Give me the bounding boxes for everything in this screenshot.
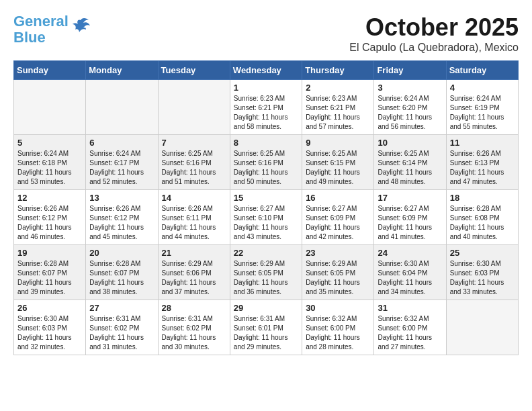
day-number: 21: [162, 248, 226, 258]
day-number: 24: [378, 248, 442, 258]
month-title: October 2025: [349, 13, 519, 42]
day-cell-27: 27Sunrise: 6:31 AM Sunset: 6:02 PM Dayli…: [86, 300, 158, 355]
day-info: Sunrise: 6:23 AM Sunset: 6:21 PM Dayligh…: [306, 94, 370, 132]
day-number: 16: [306, 193, 370, 203]
day-cell-17: 17Sunrise: 6:27 AM Sunset: 6:09 PM Dayli…: [374, 190, 446, 245]
empty-cell: [446, 300, 518, 355]
logo: GeneralBlue: [13, 13, 90, 46]
day-cell-13: 13Sunrise: 6:26 AM Sunset: 6:12 PM Dayli…: [86, 190, 158, 245]
day-number: 18: [450, 193, 515, 203]
day-cell-14: 14Sunrise: 6:26 AM Sunset: 6:11 PM Dayli…: [158, 190, 230, 245]
day-info: Sunrise: 6:24 AM Sunset: 6:19 PM Dayligh…: [450, 94, 515, 132]
day-info: Sunrise: 6:25 AM Sunset: 6:16 PM Dayligh…: [162, 149, 226, 187]
day-number: 23: [306, 248, 370, 258]
day-info: Sunrise: 6:29 AM Sunset: 6:05 PM Dayligh…: [306, 259, 370, 297]
day-number: 31: [378, 303, 442, 313]
day-number: 27: [89, 303, 154, 313]
day-info: Sunrise: 6:32 AM Sunset: 6:00 PM Dayligh…: [378, 314, 442, 352]
day-cell-3: 3Sunrise: 6:24 AM Sunset: 6:20 PM Daylig…: [374, 80, 446, 135]
day-number: 8: [234, 138, 298, 148]
day-number: 9: [306, 138, 370, 148]
day-info: Sunrise: 6:28 AM Sunset: 6:08 PM Dayligh…: [450, 204, 515, 242]
weekday-header-thursday: Thursday: [302, 61, 374, 80]
day-number: 10: [378, 138, 442, 148]
day-number: 26: [17, 303, 82, 313]
day-cell-25: 25Sunrise: 6:30 AM Sunset: 6:03 PM Dayli…: [446, 245, 518, 300]
day-number: 22: [234, 248, 298, 258]
day-info: Sunrise: 6:26 AM Sunset: 6:13 PM Dayligh…: [450, 149, 515, 187]
day-cell-8: 8Sunrise: 6:25 AM Sunset: 6:16 PM Daylig…: [230, 135, 302, 190]
week-row-1: 1Sunrise: 6:23 AM Sunset: 6:21 PM Daylig…: [14, 80, 519, 135]
day-number: 5: [17, 138, 82, 148]
day-number: 14: [162, 193, 226, 203]
day-cell-26: 26Sunrise: 6:30 AM Sunset: 6:03 PM Dayli…: [14, 300, 86, 355]
week-row-5: 26Sunrise: 6:30 AM Sunset: 6:03 PM Dayli…: [14, 300, 519, 355]
day-number: 1: [234, 83, 298, 93]
day-info: Sunrise: 6:24 AM Sunset: 6:18 PM Dayligh…: [17, 149, 82, 187]
day-info: Sunrise: 6:32 AM Sunset: 6:00 PM Dayligh…: [306, 314, 370, 352]
week-row-4: 19Sunrise: 6:28 AM Sunset: 6:07 PM Dayli…: [14, 245, 519, 300]
day-cell-4: 4Sunrise: 6:24 AM Sunset: 6:19 PM Daylig…: [446, 80, 518, 135]
day-number: 3: [378, 83, 442, 93]
day-info: Sunrise: 6:31 AM Sunset: 6:02 PM Dayligh…: [89, 314, 154, 352]
day-number: 28: [162, 303, 226, 313]
weekday-header-sunday: Sunday: [14, 61, 86, 80]
day-cell-24: 24Sunrise: 6:30 AM Sunset: 6:04 PM Dayli…: [374, 245, 446, 300]
weekday-header-tuesday: Tuesday: [158, 61, 230, 80]
day-info: Sunrise: 6:25 AM Sunset: 6:15 PM Dayligh…: [306, 149, 370, 187]
day-number: 2: [306, 83, 370, 93]
weekday-header-monday: Monday: [86, 61, 158, 80]
day-cell-19: 19Sunrise: 6:28 AM Sunset: 6:07 PM Dayli…: [14, 245, 86, 300]
day-cell-28: 28Sunrise: 6:31 AM Sunset: 6:02 PM Dayli…: [158, 300, 230, 355]
day-info: Sunrise: 6:26 AM Sunset: 6:12 PM Dayligh…: [17, 204, 82, 242]
day-info: Sunrise: 6:30 AM Sunset: 6:03 PM Dayligh…: [17, 314, 82, 352]
day-number: 7: [162, 138, 226, 148]
day-info: Sunrise: 6:29 AM Sunset: 6:06 PM Dayligh…: [162, 259, 226, 297]
day-info: Sunrise: 6:25 AM Sunset: 6:16 PM Dayligh…: [234, 149, 298, 187]
day-info: Sunrise: 6:29 AM Sunset: 6:05 PM Dayligh…: [234, 259, 298, 297]
weekday-header-row: SundayMondayTuesdayWednesdayThursdayFrid…: [14, 61, 519, 80]
day-number: 25: [450, 248, 515, 258]
day-cell-21: 21Sunrise: 6:29 AM Sunset: 6:06 PM Dayli…: [158, 245, 230, 300]
day-cell-15: 15Sunrise: 6:27 AM Sunset: 6:10 PM Dayli…: [230, 190, 302, 245]
day-info: Sunrise: 6:24 AM Sunset: 6:20 PM Dayligh…: [378, 94, 442, 132]
empty-cell: [86, 80, 158, 135]
day-number: 30: [306, 303, 370, 313]
day-number: 13: [89, 193, 154, 203]
weekday-header-wednesday: Wednesday: [230, 61, 302, 80]
day-info: Sunrise: 6:27 AM Sunset: 6:09 PM Dayligh…: [378, 204, 442, 242]
day-info: Sunrise: 6:25 AM Sunset: 6:14 PM Dayligh…: [378, 149, 442, 187]
day-number: 12: [17, 193, 82, 203]
day-info: Sunrise: 6:24 AM Sunset: 6:17 PM Dayligh…: [89, 149, 154, 187]
day-number: 6: [89, 138, 154, 148]
day-cell-2: 2Sunrise: 6:23 AM Sunset: 6:21 PM Daylig…: [302, 80, 374, 135]
day-cell-6: 6Sunrise: 6:24 AM Sunset: 6:17 PM Daylig…: [86, 135, 158, 190]
empty-cell: [158, 80, 230, 135]
day-info: Sunrise: 6:23 AM Sunset: 6:21 PM Dayligh…: [234, 94, 298, 132]
day-info: Sunrise: 6:28 AM Sunset: 6:07 PM Dayligh…: [89, 259, 154, 297]
day-info: Sunrise: 6:31 AM Sunset: 6:02 PM Dayligh…: [162, 314, 226, 352]
weekday-header-friday: Friday: [374, 61, 446, 80]
day-number: 11: [450, 138, 515, 148]
page-header: GeneralBlue October 2025 El Capulo (La Q…: [13, 13, 519, 54]
day-cell-1: 1Sunrise: 6:23 AM Sunset: 6:21 PM Daylig…: [230, 80, 302, 135]
weekday-header-saturday: Saturday: [446, 61, 518, 80]
day-info: Sunrise: 6:28 AM Sunset: 6:07 PM Dayligh…: [17, 259, 82, 297]
day-cell-10: 10Sunrise: 6:25 AM Sunset: 6:14 PM Dayli…: [374, 135, 446, 190]
day-info: Sunrise: 6:30 AM Sunset: 6:04 PM Dayligh…: [378, 259, 442, 297]
logo-bird-icon: [71, 17, 90, 35]
day-cell-22: 22Sunrise: 6:29 AM Sunset: 6:05 PM Dayli…: [230, 245, 302, 300]
logo-text: GeneralBlue: [13, 13, 69, 46]
day-cell-20: 20Sunrise: 6:28 AM Sunset: 6:07 PM Dayli…: [86, 245, 158, 300]
day-cell-9: 9Sunrise: 6:25 AM Sunset: 6:15 PM Daylig…: [302, 135, 374, 190]
day-cell-31: 31Sunrise: 6:32 AM Sunset: 6:00 PM Dayli…: [374, 300, 446, 355]
day-number: 29: [234, 303, 298, 313]
day-cell-11: 11Sunrise: 6:26 AM Sunset: 6:13 PM Dayli…: [446, 135, 518, 190]
day-cell-29: 29Sunrise: 6:31 AM Sunset: 6:01 PM Dayli…: [230, 300, 302, 355]
location-title: El Capulo (La Quebradora), Mexico: [349, 42, 519, 54]
day-cell-16: 16Sunrise: 6:27 AM Sunset: 6:09 PM Dayli…: [302, 190, 374, 245]
day-info: Sunrise: 6:26 AM Sunset: 6:11 PM Dayligh…: [162, 204, 226, 242]
day-number: 19: [17, 248, 82, 258]
day-cell-7: 7Sunrise: 6:25 AM Sunset: 6:16 PM Daylig…: [158, 135, 230, 190]
day-cell-30: 30Sunrise: 6:32 AM Sunset: 6:00 PM Dayli…: [302, 300, 374, 355]
